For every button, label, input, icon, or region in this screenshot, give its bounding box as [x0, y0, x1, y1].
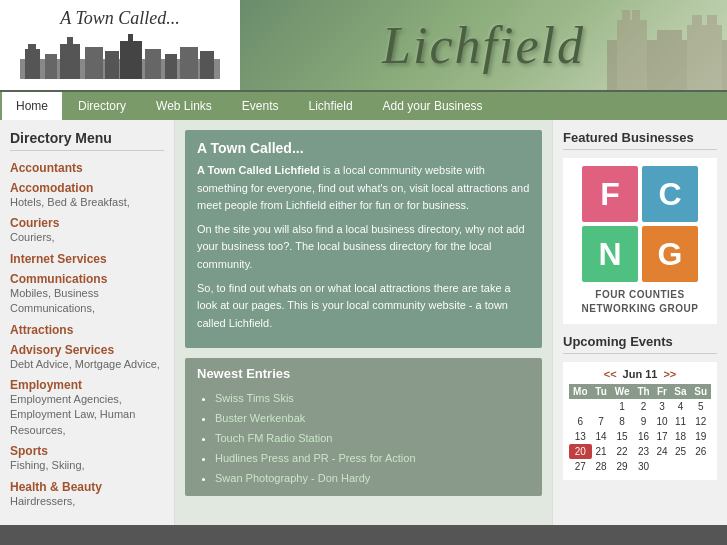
- nav-add-business[interactable]: Add your Business: [369, 92, 497, 120]
- calendar-day[interactable]: 13: [569, 429, 592, 444]
- calendar-table: Mo Tu We Th Fr Sa Su 1234567891011121314…: [569, 384, 711, 474]
- sidebar-item-internet[interactable]: Internet Services: [10, 252, 164, 266]
- calendar-day[interactable]: 14: [592, 429, 611, 444]
- fcng-logo[interactable]: F C N G FOUR COUNTIESNETWORKING GROUP: [563, 158, 717, 324]
- newest-link-1[interactable]: Buster Werkenbak: [215, 412, 305, 424]
- list-item[interactable]: Hudlines Press and PR - Press for Action: [215, 449, 530, 469]
- nav-home[interactable]: Home: [2, 92, 62, 120]
- calendar-day[interactable]: 4: [671, 399, 691, 414]
- svg-rect-4: [60, 44, 80, 79]
- calendar-day[interactable]: 6: [569, 414, 592, 429]
- calendar-day[interactable]: 25: [671, 444, 691, 459]
- cal-month: Jun 11: [623, 368, 658, 380]
- calendar-day[interactable]: 27: [569, 459, 592, 474]
- list-item: Health & Beauty Hairdressers,: [10, 480, 164, 509]
- sidebar-sub-couriers: Couriers,: [10, 230, 164, 245]
- calendar: << Jun 11 >> Mo Tu We Th Fr Sa Su: [563, 362, 717, 480]
- sidebar-sub-communications: Mobiles, Business Communications,: [10, 286, 164, 317]
- calendar-day[interactable]: 30: [634, 459, 654, 474]
- newest-link-2[interactable]: Touch FM Radio Station: [215, 432, 332, 444]
- calendar-day[interactable]: 26: [690, 444, 711, 459]
- list-item: Advisory Services Debt Advice, Mortgage …: [10, 343, 164, 372]
- left-sidebar: Directory Menu Accountants Accomodation …: [0, 120, 175, 525]
- header-left: A Town Called...: [0, 0, 240, 90]
- header-banner: A Town Called...: [0, 0, 727, 90]
- sidebar-item-health[interactable]: Health & Beauty: [10, 480, 164, 494]
- calendar-day: [653, 459, 670, 474]
- newest-link-3[interactable]: Hudlines Press and PR - Press for Action: [215, 452, 416, 464]
- calendar-day[interactable]: 9: [634, 414, 654, 429]
- intro-para-2: On the site you will also find a local b…: [197, 221, 530, 274]
- cal-header-su: Su: [690, 384, 711, 399]
- calendar-day[interactable]: 15: [611, 429, 634, 444]
- svg-rect-2: [28, 44, 36, 49]
- nav-events[interactable]: Events: [228, 92, 293, 120]
- nav-lichfield[interactable]: Lichfield: [295, 92, 367, 120]
- nav-weblinks[interactable]: Web Links: [142, 92, 226, 120]
- sidebar-item-attractions[interactable]: Attractions: [10, 323, 164, 337]
- sidebar-item-accommodation[interactable]: Accomodation: [10, 181, 164, 195]
- sidebar-sub-sports: Fishing, Skiing,: [10, 458, 164, 473]
- sidebar-item-advisory[interactable]: Advisory Services: [10, 343, 164, 357]
- calendar-day[interactable]: 23: [634, 444, 654, 459]
- calendar-day[interactable]: 22: [611, 444, 634, 459]
- fcng-name: FOUR COUNTIESNETWORKING GROUP: [582, 288, 699, 316]
- calendar-day[interactable]: 18: [671, 429, 691, 444]
- calendar-day[interactable]: 19: [690, 429, 711, 444]
- intro-para-1: A Town Called Lichfield is a local commu…: [197, 162, 530, 215]
- calendar-day[interactable]: 2: [634, 399, 654, 414]
- list-item[interactable]: Swiss Tims Skis: [215, 389, 530, 409]
- newest-box: Newest Entries Swiss Tims Skis Buster We…: [185, 358, 542, 496]
- sidebar-sub-accommodation: Hotels, Bed & Breakfast,: [10, 195, 164, 210]
- calendar-day[interactable]: 11: [671, 414, 691, 429]
- newest-link-0[interactable]: Swiss Tims Skis: [215, 392, 294, 404]
- svg-rect-7: [105, 51, 119, 79]
- cal-header-sa: Sa: [671, 384, 691, 399]
- list-item[interactable]: Buster Werkenbak: [215, 409, 530, 429]
- sidebar-item-couriers[interactable]: Couriers: [10, 216, 164, 230]
- calendar-day[interactable]: 10: [653, 414, 670, 429]
- list-item: Accomodation Hotels, Bed & Breakfast,: [10, 181, 164, 210]
- svg-rect-21: [707, 15, 717, 25]
- cal-next-button[interactable]: >>: [663, 368, 676, 380]
- skyline-icon: [20, 29, 220, 79]
- svg-rect-12: [180, 47, 198, 79]
- sidebar-item-employment[interactable]: Employment: [10, 378, 164, 392]
- cal-header-th: Th: [634, 384, 654, 399]
- calendar-day[interactable]: 7: [592, 414, 611, 429]
- calendar-day[interactable]: 5: [690, 399, 711, 414]
- sidebar-sub-health: Hairdressers,: [10, 494, 164, 509]
- cal-prev-button[interactable]: <<: [604, 368, 617, 380]
- intro-bold: A Town Called Lichfield: [197, 164, 320, 176]
- svg-rect-3: [45, 54, 57, 79]
- calendar-day: [690, 459, 711, 474]
- calendar-day[interactable]: 29: [611, 459, 634, 474]
- right-sidebar: Featured Businesses F C N G FOUR COUNTIE…: [552, 120, 727, 525]
- svg-rect-9: [128, 34, 133, 41]
- svg-rect-6: [85, 47, 103, 79]
- calendar-day[interactable]: 1: [611, 399, 634, 414]
- sidebar-item-communications[interactable]: Communications: [10, 272, 164, 286]
- sidebar-item-accountants[interactable]: Accountants: [10, 161, 164, 175]
- calendar-day[interactable]: 24: [653, 444, 670, 459]
- cal-header-tu: Tu: [592, 384, 611, 399]
- calendar-day[interactable]: 3: [653, 399, 670, 414]
- cal-header-fr: Fr: [653, 384, 670, 399]
- calendar-day[interactable]: 20: [569, 444, 592, 459]
- calendar-day[interactable]: 8: [611, 414, 634, 429]
- nav-directory[interactable]: Directory: [64, 92, 140, 120]
- svg-rect-1: [25, 49, 40, 79]
- featured-title: Featured Businesses: [563, 130, 717, 150]
- calendar-day[interactable]: 16: [634, 429, 654, 444]
- calendar-day[interactable]: 28: [592, 459, 611, 474]
- cal-header-we: We: [611, 384, 634, 399]
- newest-link-4[interactable]: Swan Photography - Don Hardy: [215, 472, 370, 484]
- intro-para-3: So, to find out whats on or what local a…: [197, 280, 530, 333]
- list-item[interactable]: Touch FM Radio Station: [215, 429, 530, 449]
- calendar-day[interactable]: 17: [653, 429, 670, 444]
- sidebar-item-sports[interactable]: Sports: [10, 444, 164, 458]
- calendar-day[interactable]: 12: [690, 414, 711, 429]
- newest-list: Swiss Tims Skis Buster Werkenbak Touch F…: [197, 389, 530, 488]
- list-item[interactable]: Swan Photography - Don Hardy: [215, 469, 530, 489]
- calendar-day[interactable]: 21: [592, 444, 611, 459]
